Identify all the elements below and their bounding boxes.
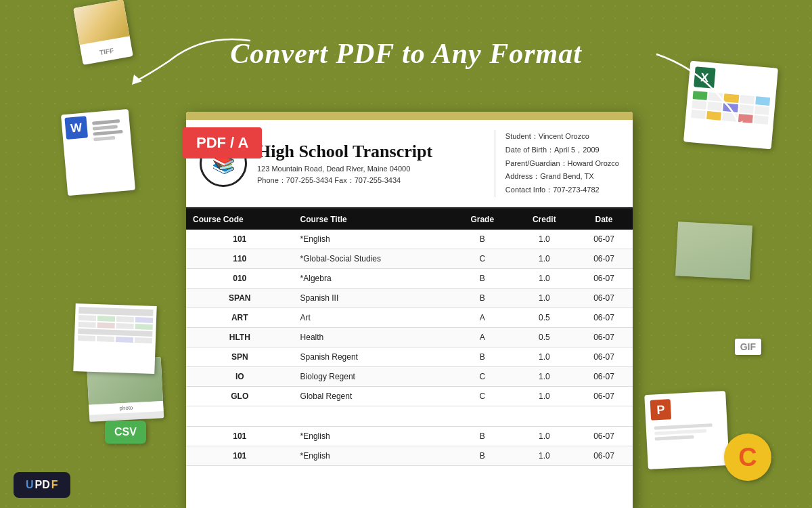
- word-decoration: W: [61, 109, 135, 196]
- table-row: SPANSpanish IIIB1.006-07: [186, 288, 633, 308]
- table-cell: 1.0: [514, 347, 576, 366]
- table-cell: HLTH: [186, 327, 294, 347]
- table-cell: 06-07: [575, 288, 633, 308]
- csv-decoration: CSV: [105, 421, 146, 444]
- excel-icon: X: [694, 66, 716, 89]
- c-label: C: [738, 443, 757, 472]
- table-cell: *English: [294, 446, 451, 465]
- table-row: ARTArtA0.506-07: [186, 308, 633, 327]
- col-grade: Grade: [451, 209, 514, 230]
- table-cell: Global Regent: [294, 386, 451, 406]
- table-cell: 06-07: [575, 230, 633, 249]
- table-cell: 1.0: [514, 446, 576, 465]
- gif-label: GIF: [740, 341, 756, 352]
- document-preview: 📚 High School Transcript 123 Mountain Ro…: [186, 112, 633, 508]
- col-course-title: Course Title: [294, 209, 451, 230]
- table-cell: Health: [294, 327, 451, 347]
- table-cell: 0.5: [514, 308, 576, 327]
- word-icon: W: [64, 116, 88, 140]
- table-cell: B: [451, 230, 514, 249]
- table-cell: *Global-Social Studies: [294, 249, 451, 268]
- table-cell: 06-07: [575, 426, 633, 446]
- updf-u: U: [26, 479, 34, 491]
- table-cell: B: [451, 446, 514, 465]
- table-header-row: Course Code Course Title Grade Credit Da…: [186, 209, 633, 230]
- transcript-table: Course Code Course Title Grade Credit Da…: [186, 209, 633, 466]
- table-row: 110*Global-Social StudiesC1.006-07: [186, 249, 633, 268]
- table-cell: 1.0: [514, 366, 576, 386]
- table-cell: 06-07: [575, 327, 633, 347]
- table-cell: 06-07: [575, 386, 633, 406]
- table-cell: C: [451, 386, 514, 406]
- table-cell: 06-07: [575, 347, 633, 366]
- table-row: [186, 406, 633, 426]
- table-cell: B: [451, 347, 514, 366]
- table-row: 010*AlgebraB1.006-07: [186, 268, 633, 288]
- svg-marker-0: [132, 75, 142, 85]
- table-cell: 06-07: [575, 446, 633, 465]
- contact-info: Contact Info：707-273-4782: [505, 184, 619, 197]
- table-cell: *English: [294, 426, 451, 446]
- table-cell: 1.0: [514, 426, 576, 446]
- table-cell: 101: [186, 426, 294, 446]
- c-decoration: C: [724, 433, 771, 481]
- parent-guardian: Parent/Guardian：Howard Orozco: [505, 157, 619, 171]
- doc-student-info: Student：Vincent Orozco Date of Birth：Apr…: [495, 130, 619, 197]
- table-cell: IO: [186, 366, 294, 386]
- updf-f: F: [51, 479, 58, 491]
- table-cell: 010: [186, 268, 294, 288]
- table-row: SPNSpanish RegentB1.006-07: [186, 347, 633, 366]
- table-cell: 101: [186, 230, 294, 249]
- table-cell: C: [451, 249, 514, 268]
- doc-top-bar: [186, 112, 633, 120]
- table-cell: SPN: [186, 347, 294, 366]
- ppt-decoration: P: [644, 391, 729, 469]
- csv-label: CSV: [114, 426, 137, 438]
- table-cell: A: [451, 327, 514, 347]
- table-cell: *English: [294, 230, 451, 249]
- photo-decoration-right: [675, 221, 752, 280]
- col-course-code: Course Code: [186, 209, 294, 230]
- doc-address-line1: 123 Mountain Road, Dead River, Maine 040…: [257, 165, 484, 173]
- table-cell: 1.0: [514, 288, 576, 308]
- table-cell: B: [451, 426, 514, 446]
- doc-phone-fax: Phone：707-255-3434 Fax：707-255-3434: [257, 175, 484, 186]
- table-cell: 1.0: [514, 249, 576, 268]
- table-cell: 06-07: [575, 366, 633, 386]
- table-row: 101*EnglishB1.006-07: [186, 230, 633, 249]
- table-row: IOBiology RegentC1.006-07: [186, 366, 633, 386]
- table-cell: *Algebra: [294, 268, 451, 288]
- table-cell: 06-07: [575, 268, 633, 288]
- table-cell: Spanish III: [294, 288, 451, 308]
- table-cell: SPAN: [186, 288, 294, 308]
- main-headline: Convert PDF to Any Format: [0, 37, 812, 70]
- student-dob: Date of Birth：April 5，2009: [505, 144, 619, 157]
- table-cell: Art: [294, 308, 451, 327]
- doc-title: High School Transcript: [257, 142, 484, 162]
- table-cell: 06-07: [575, 308, 633, 327]
- table-cell: GLO: [186, 386, 294, 406]
- table-cell: 1.0: [514, 230, 576, 249]
- table-cell: 0.5: [514, 327, 576, 347]
- student-name: Student：Vincent Orozco: [505, 130, 619, 144]
- table-cell: C: [451, 366, 514, 386]
- doc-title-area: High School Transcript 123 Mountain Road…: [257, 142, 484, 186]
- table-cell: A: [451, 308, 514, 327]
- table-row: 101*EnglishB1.006-07: [186, 446, 633, 465]
- table-cell: 06-07: [575, 249, 633, 268]
- table-cell: 101: [186, 446, 294, 465]
- table-cell: ART: [186, 308, 294, 327]
- ppt-icon: P: [650, 399, 672, 421]
- pdf-badge: PDF / A: [183, 127, 262, 158]
- table-cell: Biology Regent: [294, 366, 451, 386]
- col-date: Date: [575, 209, 633, 230]
- table-cell: 1.0: [514, 386, 576, 406]
- table-cell: 110: [186, 249, 294, 268]
- table-cell: 1.0: [514, 268, 576, 288]
- updf-pdf: PD: [35, 479, 50, 491]
- table-row: GLOGlobal RegentC1.006-07: [186, 386, 633, 406]
- col-credit: Credit: [514, 209, 576, 230]
- table-cell: Spanish Regent: [294, 347, 451, 366]
- table-row: HLTHHealthA0.506-07: [186, 327, 633, 347]
- gif-decoration: GIF: [735, 339, 761, 355]
